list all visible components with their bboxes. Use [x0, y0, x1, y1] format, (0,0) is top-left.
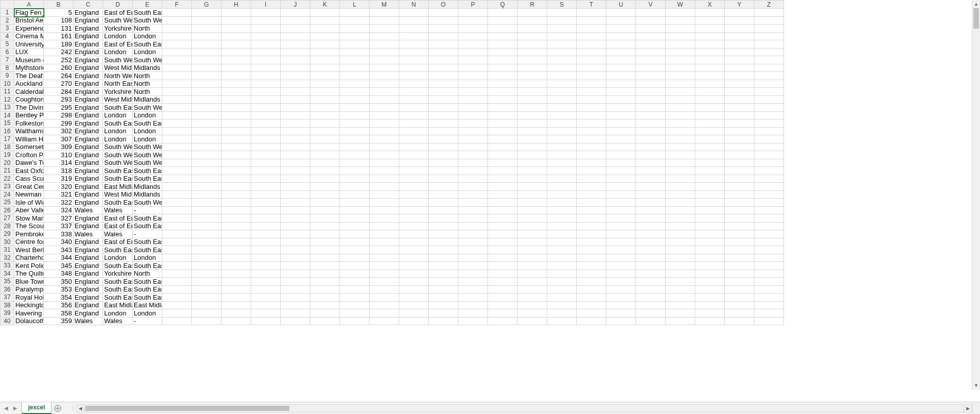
cell[interactable]: England — [74, 143, 103, 152]
cell[interactable] — [725, 318, 754, 326]
cell[interactable] — [725, 143, 754, 152]
cell[interactable] — [310, 167, 340, 175]
horizontal-scroll-thumb[interactable] — [85, 406, 289, 411]
cell[interactable] — [666, 112, 695, 120]
cell[interactable]: Wales — [103, 207, 133, 215]
cell[interactable] — [310, 191, 340, 199]
cell[interactable] — [251, 25, 281, 33]
cell[interactable] — [577, 64, 606, 72]
cell[interactable] — [725, 17, 754, 25]
cell[interactable] — [340, 238, 370, 247]
cell[interactable]: 337 — [44, 223, 74, 231]
row-header[interactable]: 26 — [0, 207, 14, 215]
cell[interactable] — [518, 96, 547, 104]
cell[interactable] — [222, 151, 251, 159]
cell[interactable] — [370, 159, 399, 167]
cell[interactable] — [666, 262, 695, 270]
cell[interactable] — [310, 278, 340, 286]
cell[interactable] — [162, 199, 192, 207]
cell[interactable] — [606, 278, 636, 286]
cell[interactable] — [754, 214, 784, 223]
cell[interactable] — [518, 199, 547, 207]
cell[interactable] — [251, 318, 281, 326]
cell[interactable] — [577, 246, 606, 254]
cell[interactable] — [192, 25, 222, 33]
cell[interactable] — [251, 167, 281, 175]
cell[interactable] — [192, 167, 222, 175]
scroll-grip-icon[interactable]: ⋮ — [70, 405, 76, 411]
cell[interactable] — [695, 175, 725, 183]
cell[interactable] — [695, 302, 725, 310]
cell[interactable] — [429, 199, 458, 207]
cell[interactable] — [547, 112, 577, 120]
cell[interactable] — [340, 207, 370, 215]
cell[interactable]: South East — [133, 262, 162, 270]
cell[interactable] — [192, 88, 222, 96]
cell[interactable] — [340, 246, 370, 254]
cell[interactable] — [370, 64, 399, 72]
cell[interactable] — [606, 254, 636, 262]
cell[interactable] — [310, 309, 340, 318]
cell[interactable] — [518, 207, 547, 215]
cell[interactable]: 293 — [44, 96, 74, 104]
column-header[interactable]: T — [577, 0, 606, 9]
cell[interactable] — [636, 119, 666, 128]
cell[interactable] — [606, 104, 636, 112]
cell[interactable]: South East — [103, 278, 133, 286]
cell[interactable] — [399, 230, 429, 238]
row-header[interactable]: 9 — [0, 72, 14, 80]
cell[interactable] — [636, 230, 666, 238]
cell[interactable] — [281, 230, 310, 238]
cell[interactable] — [340, 40, 370, 48]
cell[interactable] — [666, 33, 695, 41]
cell[interactable]: Museum of — [14, 56, 44, 64]
cell[interactable] — [281, 167, 310, 175]
cell[interactable]: 359 — [44, 318, 74, 326]
cell[interactable] — [162, 72, 192, 80]
cell[interactable] — [458, 96, 488, 104]
cell[interactable] — [370, 183, 399, 191]
cell[interactable] — [192, 254, 222, 262]
cell[interactable] — [310, 302, 340, 310]
cell[interactable]: East Midlands — [103, 302, 133, 310]
cell[interactable] — [429, 278, 458, 286]
cell[interactable] — [754, 151, 784, 159]
cell[interactable] — [577, 278, 606, 286]
cell[interactable] — [162, 254, 192, 262]
cell[interactable] — [695, 199, 725, 207]
cell[interactable] — [399, 88, 429, 96]
cell[interactable] — [666, 151, 695, 159]
cell[interactable] — [488, 309, 518, 318]
cell[interactable]: 108 — [44, 17, 74, 25]
cell[interactable]: Dolaucothi — [14, 318, 44, 326]
cell[interactable] — [162, 17, 192, 25]
cell[interactable] — [399, 191, 429, 199]
cell[interactable] — [399, 167, 429, 175]
cell[interactable] — [281, 72, 310, 80]
cell[interactable]: England — [74, 151, 103, 159]
cell[interactable] — [636, 88, 666, 96]
cell[interactable] — [429, 270, 458, 278]
cell[interactable] — [547, 33, 577, 41]
cell[interactable] — [636, 96, 666, 104]
cell[interactable] — [370, 191, 399, 199]
cell[interactable] — [754, 270, 784, 278]
cell[interactable] — [577, 286, 606, 294]
cell[interactable] — [399, 56, 429, 64]
cell[interactable] — [547, 167, 577, 175]
row-header[interactable]: 13 — [0, 104, 14, 112]
cell[interactable] — [370, 199, 399, 207]
cell[interactable]: Midlands — [133, 191, 162, 199]
cell[interactable] — [370, 302, 399, 310]
cell[interactable] — [222, 223, 251, 231]
cell[interactable] — [192, 230, 222, 238]
cell[interactable]: Calderdale — [14, 88, 44, 96]
cell[interactable] — [370, 254, 399, 262]
cell[interactable] — [429, 96, 458, 104]
cell[interactable] — [636, 104, 666, 112]
cell[interactable] — [695, 72, 725, 80]
cell[interactable] — [429, 64, 458, 72]
cell[interactable] — [222, 309, 251, 318]
cell[interactable] — [192, 80, 222, 88]
cell[interactable]: North — [133, 88, 162, 96]
